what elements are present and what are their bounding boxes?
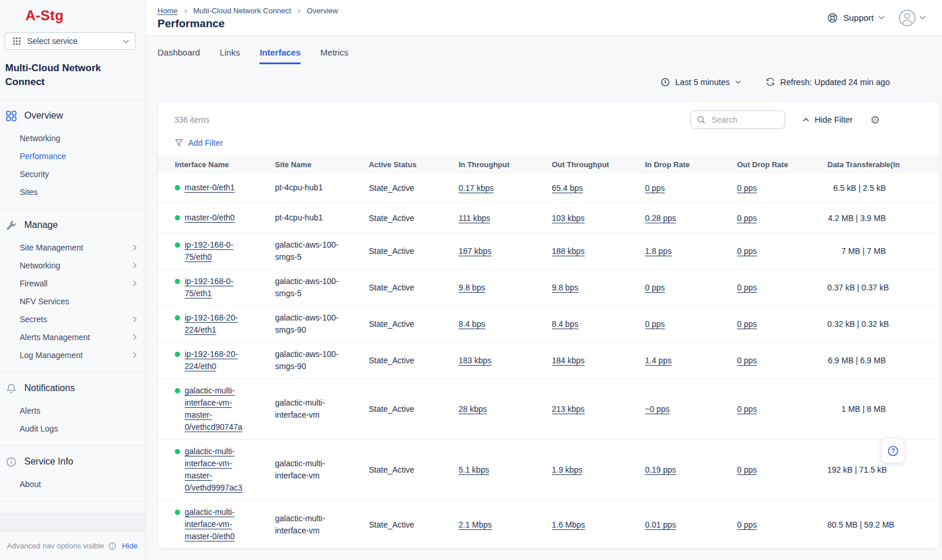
data-transferable-cell: 192 kB | 71.5 kB [827,459,932,480]
tab-metrics[interactable]: Metrics [320,47,348,64]
sidebar-item-performance[interactable]: Performance [0,147,145,165]
active-status-cell: State_Active [369,399,459,419]
in-drop-rate-link[interactable]: 0.19 pps [645,465,676,474]
info-circle-icon [108,542,116,550]
sidebar-item-alerts[interactable]: Alerts [0,401,145,419]
out-throughput-link[interactable]: 1.6 Mbps [552,520,585,529]
in-throughput-link[interactable]: 28 kbps [459,404,487,414]
tab-links[interactable]: Links [219,47,240,64]
sidebar-item-secrets[interactable]: Secrets [0,310,145,328]
interface-name-link[interactable]: galactic-multi-interface-vm-master-0/vet… [185,385,248,433]
in-drop-rate-link[interactable]: 0.28 pps [645,213,676,223]
out-throughput-link[interactable]: 103 kbps [552,213,585,223]
sidebar-item-log-management[interactable]: Log Management [0,346,145,364]
in-throughput-link[interactable]: 187 kbps [459,246,492,256]
in-throughput-link[interactable]: 2.1 Mbps [459,520,492,529]
out-drop-rate-link[interactable]: 0 pps [737,404,757,414]
sidebar-item-networking[interactable]: Networking [0,256,145,274]
interface-name-link[interactable]: master-0/eth0 [185,212,248,224]
sidebar-item-nfv-services[interactable]: NFV Services [0,292,145,310]
in-throughput-link[interactable]: 9.8 bps [459,283,485,292]
interface-name-link[interactable]: ip-192-168-0-75/eth1 [185,275,248,300]
tab-interfaces[interactable]: Interfaces [259,47,300,64]
help-button[interactable]: ? [881,438,904,463]
breadcrumb-item[interactable]: Home [157,6,178,15]
out-drop-rate-link[interactable]: 0 pps [737,283,757,292]
out-drop-rate-link[interactable]: 0 pps [737,356,757,365]
hide-nav-link[interactable]: Hide [122,541,138,550]
hide-filter-button[interactable]: Hide Filter [802,115,853,124]
interface-name-link[interactable]: master-0/eth1 [185,182,248,194]
out-drop-rate-link[interactable]: 0 pps [737,319,757,329]
sidebar-header-notifications[interactable]: Notifications [0,380,145,397]
in-throughput-link[interactable]: 8.4 bps [459,319,485,329]
tab-dashboard[interactable]: Dashboard [157,47,200,64]
sidebar-item-label: NFV Services [20,297,69,306]
sidebar-item-audit-logs[interactable]: Audit Logs [0,419,145,437]
service-selector[interactable]: Select service [5,32,135,50]
in-drop-rate-link[interactable]: 1.4 pps [645,356,672,365]
chevron-right-icon [133,280,137,287]
data-transferable-cell: 80.5 MB | 59.2 MB [827,514,932,535]
sidebar-item-label: Networking [20,134,60,143]
status-dot [175,510,180,515]
in-drop-rate-link[interactable]: 0 pps [645,319,665,329]
search-input[interactable] [710,115,779,125]
out-throughput-link[interactable]: 184 kbps [552,356,585,365]
interface-name-link[interactable]: galactic-multi-interface-vm-master-0/vet… [185,445,248,494]
sidebar-item-security[interactable]: Security [0,165,145,183]
out-drop-rate-link[interactable]: 0 pps [737,246,757,256]
sidebar-item-networking[interactable]: Networking [0,129,145,147]
sidebar-item-alerts-management[interactable]: Alerts Management [0,328,145,346]
product-title: Multi-Cloud Network Connect [5,61,138,89]
out-throughput-link[interactable]: 188 kbps [552,246,585,256]
tab-bar: DashboardLinksInterfacesMetrics [157,36,940,64]
in-throughput-link[interactable]: 5.1 kbps [459,465,489,474]
in-throughput-link[interactable]: 0.17 kbps [459,183,494,193]
in-drop-rate-link[interactable]: 0 pps [645,183,665,193]
lifebuoy-icon [827,12,838,24]
service-selector-label: Select service [27,36,78,46]
chevron-down-icon [735,80,741,84]
time-range-label: Last 5 minutes [675,78,730,87]
interface-name-link[interactable]: ip-192-168-20-224/eth0 [185,348,248,373]
interface-name-link[interactable]: galactic-multi-interface-vm-master-0/eth… [185,506,248,543]
in-throughput-link[interactable]: 111 kbps [459,213,490,223]
out-drop-rate-link[interactable]: 0 pps [737,213,757,223]
out-throughput-link[interactable]: 213 kbps [552,404,585,414]
sidebar-header-manage[interactable]: Manage [0,216,145,234]
breadcrumb-item: Overview [307,6,338,15]
sidebar-item-label: Log Management [20,351,83,360]
sidebar-item-site-management[interactable]: Site Management [0,238,145,256]
time-range-selector[interactable]: Last 5 minutes [661,78,741,87]
out-drop-rate-link[interactable]: 0 pps [737,183,757,193]
in-drop-rate-link[interactable]: ~0 pps [645,404,669,414]
out-throughput-link[interactable]: 1.9 kbps [552,465,582,474]
interface-name-link[interactable]: ip-192-168-20-224/eth1 [185,312,248,336]
out-throughput-link[interactable]: 8.4 bps [552,319,578,329]
interface-name-link[interactable]: ip-192-168-0-75/eth0 [185,239,248,263]
chevron-right-icon [133,352,137,359]
out-drop-rate-link[interactable]: 0 pps [737,520,757,529]
sidebar-header-service-info[interactable]: Service Info [0,453,145,470]
sidebar-item-firewall[interactable]: Firewall [0,274,145,292]
settings-gear-icon[interactable]: ⚙ [870,115,880,126]
in-throughput-link[interactable]: 183 kbps [459,356,492,365]
support-menu[interactable]: Support [827,12,885,24]
out-throughput-link[interactable]: 9.8 bps [552,283,578,292]
user-menu[interactable] [899,9,926,27]
sidebar-header-overview[interactable]: Overview [0,107,145,124]
breadcrumb-item[interactable]: Multi-Cloud Network Connect [193,6,291,15]
out-throughput-link[interactable]: 65.4 bps [552,183,583,193]
in-drop-rate-link[interactable]: 0 pps [645,283,665,292]
sidebar-item-label: Networking [20,261,60,270]
in-drop-rate-link[interactable]: 0.01 pps [645,520,676,529]
refresh-button[interactable]: Refresh: Updated 24 min ago [765,77,890,87]
in-drop-rate-link[interactable]: 1.8 pps [645,246,672,256]
add-filter-button[interactable]: Add Filter [174,138,223,148]
out-drop-rate-link[interactable]: 0 pps [737,465,757,474]
sidebar-item-sites[interactable]: Sites [0,183,145,201]
sidebar-section-notifications: NotificationsAlertsAudit Logs [0,373,145,445]
sidebar: A-Stg Select service Multi-Cloud Network… [0,0,146,560]
sidebar-item-about[interactable]: About [0,475,145,493]
